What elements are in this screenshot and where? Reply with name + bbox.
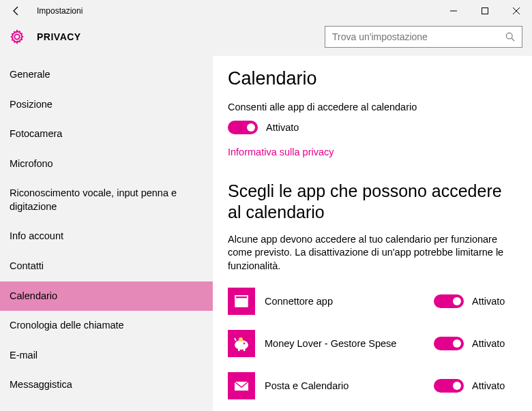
search-input[interactable]	[332, 31, 505, 42]
maximize-button[interactable]	[469, 0, 501, 22]
consent-label: Consenti alle app di accedere al calenda…	[228, 102, 513, 112]
sidebar-item-5[interactable]: Info account	[0, 222, 213, 252]
app-toggle-2[interactable]	[434, 379, 464, 393]
sidebar-item-9[interactable]: E-mail	[0, 341, 213, 371]
minimize-icon	[450, 7, 457, 14]
body: GeneralePosizioneFotocameraMicrofonoRico…	[0, 56, 532, 411]
sidebar-item-10[interactable]: Messaggistica	[0, 370, 213, 400]
close-button[interactable]	[501, 0, 532, 22]
app-row-2: Posta e CalendarioAttivato	[228, 372, 513, 399]
sidebar-item-4[interactable]: Riconoscimento vocale, input penna e dig…	[0, 179, 213, 222]
minimize-button[interactable]	[438, 0, 469, 22]
section-description: Alcune app devono accedere al tuo calend…	[228, 233, 513, 273]
privacy-statement-link[interactable]: Informativa sulla privacy	[228, 147, 513, 157]
app-list: Connettore appAttivatoMoney Lover - Gest…	[228, 288, 513, 399]
window-title: Impostazioni	[37, 6, 83, 16]
back-button[interactable]	[0, 0, 33, 22]
section-heading: Scegli le app che possono accedere al ca…	[228, 181, 513, 224]
gear-icon	[10, 29, 25, 44]
master-toggle-row: Attivato	[228, 121, 513, 134]
svg-point-7	[235, 340, 248, 350]
app-row-0: Connettore appAttivato	[228, 288, 513, 315]
master-toggle-state: Attivato	[266, 122, 299, 133]
svg-rect-9	[238, 348, 240, 351]
sidebar-item-6[interactable]: Contatti	[0, 252, 213, 281]
window-controls	[438, 0, 532, 22]
app-icon-2	[228, 372, 255, 399]
app-toggle-1[interactable]	[434, 337, 464, 350]
master-toggle[interactable]	[228, 121, 258, 134]
back-arrow-icon	[11, 5, 22, 16]
app-name-2: Posta e Calendario	[265, 380, 434, 391]
svg-point-2	[506, 33, 512, 39]
app-name-0: Connettore app	[265, 296, 434, 307]
app-icon-1	[228, 330, 255, 357]
svg-rect-10	[243, 348, 246, 351]
app-row-1: Money Lover - Gestore SpeseAttivato	[228, 330, 513, 357]
sidebar-item-0[interactable]: Generale	[0, 60, 213, 90]
search-icon	[505, 32, 515, 42]
sidebar-item-7[interactable]: Calendario	[0, 281, 213, 311]
sidebar: GeneralePosizioneFotocameraMicrofonoRico…	[0, 56, 213, 411]
app-icon-0	[228, 288, 255, 315]
app-name-1: Money Lover - Gestore Spese	[265, 338, 434, 349]
sidebar-item-8[interactable]: Cronologia delle chiamate	[0, 311, 213, 341]
svg-line-3	[512, 38, 514, 41]
content: Calendario Consenti alle app di accedere…	[213, 56, 532, 411]
sidebar-item-1[interactable]: Posizione	[0, 90, 213, 120]
sidebar-item-3[interactable]: Microfono	[0, 149, 213, 179]
app-toggle-0[interactable]	[434, 294, 464, 308]
search-box[interactable]	[325, 26, 522, 48]
page-title: PRIVACY	[37, 31, 81, 42]
svg-rect-1	[482, 8, 488, 14]
content-heading: Calendario	[228, 68, 513, 89]
maximize-icon	[482, 7, 488, 14]
header: PRIVACY	[0, 22, 532, 56]
svg-point-8	[243, 343, 246, 345]
app-toggle-state-0: Attivato	[472, 296, 513, 307]
app-toggle-state-2: Attivato	[472, 380, 513, 391]
close-icon	[513, 7, 520, 14]
svg-point-11	[239, 337, 243, 341]
sidebar-item-2[interactable]: Fotocamera	[0, 119, 213, 149]
app-toggle-state-1: Attivato	[472, 338, 513, 349]
titlebar: Impostazioni	[0, 0, 532, 22]
